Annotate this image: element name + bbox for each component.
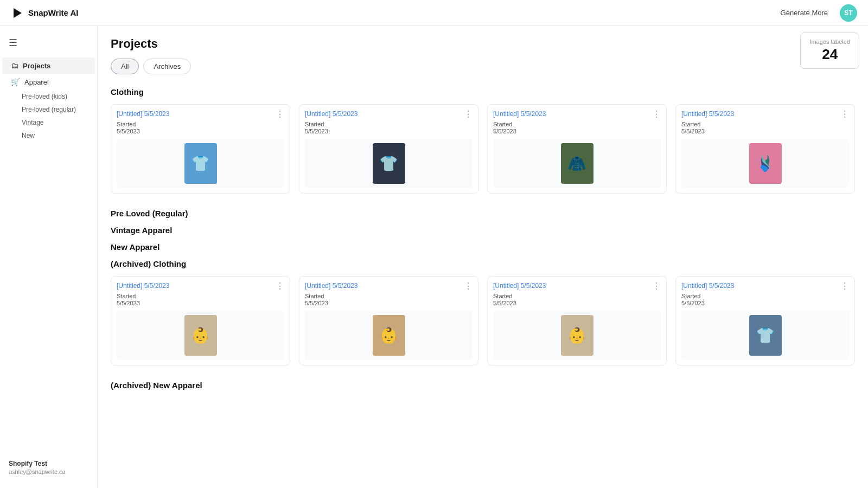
project-card-date: 5/5/2023 xyxy=(117,300,284,306)
app-logo[interactable]: SnapWrite AI xyxy=(11,7,79,20)
project-card[interactable]: [Untitled] 5/5/2023 ⋮ Started 5/5/2023 👶 xyxy=(111,276,290,365)
project-card-date: 5/5/2023 xyxy=(117,128,284,134)
project-card-header: [Untitled] 5/5/2023 ⋮ xyxy=(493,110,661,119)
projects-icon: 🗂 xyxy=(11,61,18,70)
project-card-menu-icon[interactable]: ⋮ xyxy=(840,282,849,291)
sidebar-item-apparel[interactable]: 🛒 Apparel xyxy=(2,74,95,90)
main-content: Projects All Archives Images labeled 24 … xyxy=(98,26,868,488)
project-card-image: 👕 xyxy=(117,139,284,188)
project-card-status: Started xyxy=(117,121,284,127)
project-card-date: 5/5/2023 xyxy=(305,300,473,306)
section-vintage-apparel: Vintage Apparel xyxy=(111,226,855,235)
project-card-image: 👶 xyxy=(305,311,473,359)
section-clothing: Clothing [Untitled] 5/5/2023 ⋮ Started 5… xyxy=(111,87,855,194)
store-email: ashley@snapwrite.ca xyxy=(9,468,88,475)
sidebar-sub-pre-loved-regular[interactable]: Pre-loved (regular) xyxy=(2,103,95,116)
sidebar-sub-vintage[interactable]: Vintage xyxy=(2,116,95,129)
project-card-menu-icon[interactable]: ⋮ xyxy=(840,110,849,119)
project-card-image: 🩱 xyxy=(681,139,849,188)
generate-more-button[interactable]: Generate More xyxy=(775,5,833,20)
project-card[interactable]: [Untitled] 5/5/2023 ⋮ Started 5/5/2023 👕 xyxy=(675,276,855,365)
navbar: SnapWrite AI Generate More ST xyxy=(0,0,868,26)
project-card-menu-icon[interactable]: ⋮ xyxy=(652,110,661,119)
project-card-image: 👶 xyxy=(117,311,284,359)
project-card-title: [Untitled] 5/5/2023 xyxy=(681,282,734,290)
filter-tabs: All Archives xyxy=(111,59,855,74)
project-card-menu-icon[interactable]: ⋮ xyxy=(276,282,284,291)
page-title: Projects xyxy=(111,37,855,51)
images-labeled-label: Images labeled xyxy=(809,38,850,45)
project-card-status: Started xyxy=(681,121,849,127)
section-pre-loved-regular: Pre Loved (Regular) xyxy=(111,209,855,218)
project-card-menu-icon[interactable]: ⋮ xyxy=(276,110,284,119)
section-title-archived-new-apparel: (Archived) New Apparel xyxy=(111,381,855,390)
tab-archives[interactable]: Archives xyxy=(143,59,191,74)
svg-marker-0 xyxy=(14,8,22,18)
tab-all[interactable]: All xyxy=(111,59,139,74)
section-title-pre-loved-regular: Pre Loved (Regular) xyxy=(111,209,855,218)
project-card-menu-icon[interactable]: ⋮ xyxy=(464,282,473,291)
section-title-new-apparel: New Apparel xyxy=(111,242,855,252)
project-card-date: 5/5/2023 xyxy=(681,128,849,134)
images-labeled-count: 24 xyxy=(809,46,850,63)
avatar[interactable]: ST xyxy=(840,4,857,22)
project-card-header: [Untitled] 5/5/2023 ⋮ xyxy=(305,282,473,291)
sections-container: Clothing [Untitled] 5/5/2023 ⋮ Started 5… xyxy=(111,87,855,390)
sidebar-item-projects[interactable]: 🗂 Projects xyxy=(2,57,95,74)
project-card[interactable]: [Untitled] 5/5/2023 ⋮ Started 5/5/2023 👶 xyxy=(487,276,667,365)
project-grid-archived-clothing: [Untitled] 5/5/2023 ⋮ Started 5/5/2023 👶… xyxy=(111,276,855,365)
app-name: SnapWrite AI xyxy=(28,8,79,17)
section-title-vintage-apparel: Vintage Apparel xyxy=(111,226,855,235)
project-card[interactable]: [Untitled] 5/5/2023 ⋮ Started 5/5/2023 🧥 xyxy=(487,104,667,194)
apparel-icon: 🛒 xyxy=(11,78,20,86)
project-card-image: 👕 xyxy=(681,311,849,359)
project-card-date: 5/5/2023 xyxy=(305,128,473,134)
project-card-header: [Untitled] 5/5/2023 ⋮ xyxy=(493,282,661,291)
section-title-clothing: Clothing xyxy=(111,87,855,97)
navbar-right: Generate More ST xyxy=(775,4,857,22)
project-card-title: [Untitled] 5/5/2023 xyxy=(493,282,546,290)
project-card-header: [Untitled] 5/5/2023 ⋮ xyxy=(681,282,849,291)
project-card-status: Started xyxy=(117,293,284,299)
sidebar-item-projects-label: Projects xyxy=(23,62,50,70)
project-card[interactable]: [Untitled] 5/5/2023 ⋮ Started 5/5/2023 👕 xyxy=(299,104,478,194)
sidebar-sub-pre-loved-kids[interactable]: Pre-loved (kids) xyxy=(2,90,95,103)
section-new-apparel: New Apparel xyxy=(111,242,855,252)
project-card-menu-icon[interactable]: ⋮ xyxy=(652,282,661,291)
project-card-status: Started xyxy=(493,293,661,299)
project-card-title: [Untitled] 5/5/2023 xyxy=(681,110,734,118)
sidebar-sub-new[interactable]: New xyxy=(2,129,95,142)
project-card-image: 🧥 xyxy=(493,139,661,188)
project-card-title: [Untitled] 5/5/2023 xyxy=(305,282,358,290)
project-card-title: [Untitled] 5/5/2023 xyxy=(305,110,358,118)
project-card-menu-icon[interactable]: ⋮ xyxy=(464,110,473,119)
project-card-status: Started xyxy=(493,121,661,127)
project-card-header: [Untitled] 5/5/2023 ⋮ xyxy=(117,110,284,119)
project-card[interactable]: [Untitled] 5/5/2023 ⋮ Started 5/5/2023 👶 xyxy=(299,276,478,365)
project-card-title: [Untitled] 5/5/2023 xyxy=(117,282,169,290)
project-card-header: [Untitled] 5/5/2023 ⋮ xyxy=(305,110,473,119)
sidebar-nav: 🗂 Projects 🛒 Apparel Pre-loved (kids) Pr… xyxy=(0,57,97,142)
store-name: Shopify Test xyxy=(9,460,88,467)
images-labeled-card: Images labeled 24 xyxy=(800,33,859,69)
project-card-date: 5/5/2023 xyxy=(493,128,661,134)
sidebar: ☰ 🗂 Projects 🛒 Apparel Pre-loved (kids) … xyxy=(0,26,98,488)
project-grid-clothing: [Untitled] 5/5/2023 ⋮ Started 5/5/2023 👕… xyxy=(111,104,855,194)
project-card[interactable]: [Untitled] 5/5/2023 ⋮ Started 5/5/2023 🩱 xyxy=(675,104,855,194)
project-card-date: 5/5/2023 xyxy=(493,300,661,306)
project-card-status: Started xyxy=(305,293,473,299)
project-card-status: Started xyxy=(681,293,849,299)
logo-icon xyxy=(11,7,24,20)
project-card-image: 👕 xyxy=(305,139,473,188)
project-card-header: [Untitled] 5/5/2023 ⋮ xyxy=(681,110,849,119)
project-card-date: 5/5/2023 xyxy=(681,300,849,306)
app-body: ☰ 🗂 Projects 🛒 Apparel Pre-loved (kids) … xyxy=(0,26,868,488)
menu-icon[interactable]: ☰ xyxy=(0,33,97,53)
section-title-archived-clothing: (Archived) Clothing xyxy=(111,259,855,268)
project-card[interactable]: [Untitled] 5/5/2023 ⋮ Started 5/5/2023 👕 xyxy=(111,104,290,194)
sidebar-item-apparel-label: Apparel xyxy=(24,78,49,86)
sidebar-footer: Shopify Test ashley@snapwrite.ca xyxy=(0,453,97,481)
project-card-title: [Untitled] 5/5/2023 xyxy=(493,110,546,118)
project-card-header: [Untitled] 5/5/2023 ⋮ xyxy=(117,282,284,291)
project-card-image: 👶 xyxy=(493,311,661,359)
